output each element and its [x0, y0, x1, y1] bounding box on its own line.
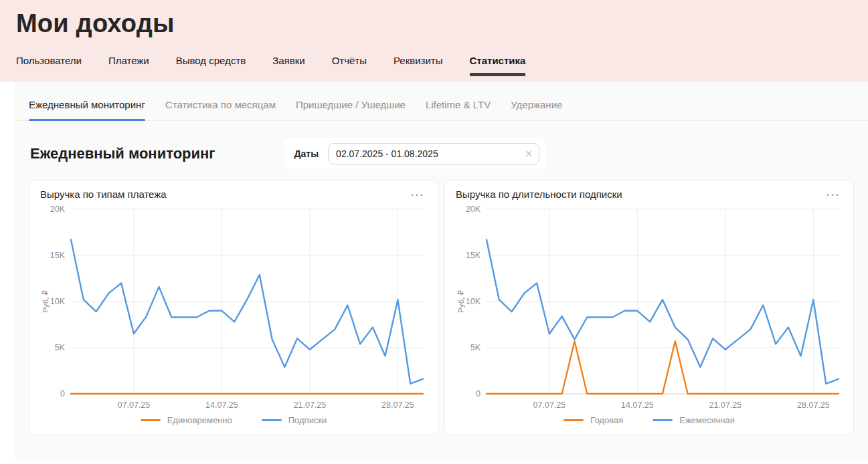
x-axis-tick-label: 28.07.25: [797, 400, 830, 410]
sub-tabs: Ежедневный мониторингСтатистика по месяц…: [15, 82, 868, 121]
legend-swatch: [262, 419, 282, 421]
y-axis-tick-label: 5K: [470, 343, 481, 352]
x-axis-tick-label: 28.07.25: [381, 400, 414, 410]
main-panel: Ежедневный мониторингСтатистика по месяц…: [15, 82, 868, 460]
legend-label: Годовая: [590, 415, 623, 425]
y-axis-tick-label: 15K: [50, 251, 66, 260]
date-filter: Даты ✕: [284, 138, 547, 169]
legend-item-Подписки[interactable]: Подписки: [262, 415, 327, 425]
y-axis-tick-label: 5K: [55, 343, 66, 352]
tab-Платежи[interactable]: Платежи: [108, 55, 149, 76]
series-line-Годовая: [487, 341, 839, 394]
legend-swatch: [653, 419, 673, 421]
y-axis-tick-label: 10K: [50, 297, 66, 306]
x-axis-tick-label: 21.07.25: [709, 400, 742, 410]
legend-label: Единовременно: [167, 415, 232, 425]
legend-label: Ежемесячная: [679, 415, 735, 425]
x-axis-tick-label: 21.07.25: [294, 400, 327, 410]
legend-swatch: [563, 419, 584, 421]
active-tab-underline: [470, 73, 526, 76]
page-title: Мои доходы: [16, 9, 852, 38]
y-axis-title: Руб, ₽: [457, 290, 465, 313]
chart-title: Выручка по типам платежа: [40, 189, 167, 200]
more-options-icon[interactable]: ⋯: [408, 190, 427, 199]
legend-item-Ежемесячная[interactable]: Ежемесячная: [653, 415, 735, 425]
x-axis-tick-label: 14.07.25: [621, 400, 654, 410]
chart-canvas: 07.07.2514.07.2521.07.2528.07.2505K10K15…: [456, 201, 843, 414]
app-header: Мои доходы ПользователиПлатежиВывод сред…: [0, 0, 868, 82]
tab-Заявки[interactable]: Заявки: [272, 55, 305, 76]
y-axis-tick-label: 10K: [466, 297, 481, 306]
legend-swatch: [141, 419, 161, 421]
tab-Реквизиты[interactable]: Реквизиты: [394, 55, 443, 76]
subtab-Ежедневный мониторинг[interactable]: Ежедневный мониторинг: [29, 99, 145, 120]
chart-canvas: 07.07.2514.07.2521.07.2528.07.2505K10K15…: [40, 201, 427, 414]
y-axis-tick-label: 0: [476, 389, 481, 398]
x-axis-tick-label: 07.07.25: [118, 400, 151, 410]
y-axis-title: Руб, ₽: [41, 290, 50, 313]
tab-Вывод средств[interactable]: Вывод средств: [176, 55, 246, 76]
legend-item-Единовременно[interactable]: Единовременно: [141, 415, 232, 425]
line-chart: 07.07.2514.07.2521.07.2528.07.2505K10K15…: [40, 201, 427, 414]
x-axis-tick-label: 07.07.25: [533, 400, 566, 410]
more-options-icon[interactable]: ⋯: [823, 190, 843, 199]
subtab-Статистика по месяцам[interactable]: Статистика по месяцам: [165, 99, 276, 120]
tab-Статистика[interactable]: Статистика: [470, 55, 526, 76]
legend-item-Годовая[interactable]: Годовая: [563, 415, 623, 425]
y-axis-tick-label: 0: [60, 389, 65, 398]
section-title: Ежедневный мониторинг: [30, 145, 215, 162]
chart-title: Выручка по длительности подписки: [456, 189, 622, 200]
dates-label: Даты: [294, 148, 319, 159]
line-chart: 07.07.2514.07.2521.07.2528.07.2505K10K15…: [456, 201, 843, 414]
y-axis-tick-label: 20K: [50, 205, 66, 214]
clear-icon[interactable]: ✕: [525, 148, 533, 159]
series-line-Подписки: [71, 240, 423, 384]
x-axis-tick-label: 14.07.25: [205, 400, 238, 410]
chart-cards: Выручка по типам платежа ⋯ 07.07.2514.07…: [15, 180, 868, 435]
top-tabs: ПользователиПлатежиВывод средствЗаявкиОт…: [16, 55, 852, 76]
tab-Пользователи[interactable]: Пользователи: [16, 55, 82, 76]
date-range-input[interactable]: [328, 143, 539, 164]
chart-card-subscription-duration: Выручка по длительности подписки ⋯ 07.07…: [444, 180, 854, 435]
subtab-Lifetime & LTV[interactable]: Lifetime & LTV: [426, 99, 491, 120]
chart-legend: ГодоваяЕжемесячная: [456, 414, 843, 429]
section-row: Ежедневный мониторинг Даты ✕: [15, 121, 868, 180]
subtab-Удержание[interactable]: Удержание: [511, 99, 562, 120]
chart-card-payment-types: Выручка по типам платежа ⋯ 07.07.2514.07…: [29, 180, 438, 435]
tab-Отчёты[interactable]: Отчёты: [332, 55, 367, 76]
subtab-Пришедшие / Ушедшие[interactable]: Пришедшие / Ушедшие: [296, 99, 406, 120]
y-axis-tick-label: 15K: [466, 251, 481, 260]
y-axis-tick-label: 20K: [466, 205, 481, 214]
series-line-Ежемесячная: [487, 240, 839, 384]
chart-legend: ЕдиновременноПодписки: [40, 414, 427, 429]
legend-label: Подписки: [288, 415, 327, 425]
active-subtab-underline: [29, 119, 145, 121]
date-input-wrap: ✕: [328, 143, 539, 164]
